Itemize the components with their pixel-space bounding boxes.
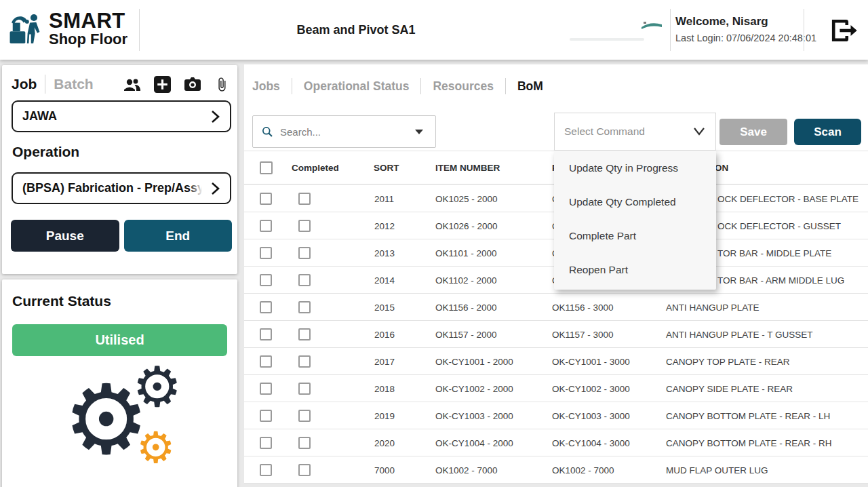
- operation-select-value: (BPSA) Fabrication - Prep/Assy: [22, 181, 204, 195]
- row-completed-checkbox[interactable]: [298, 410, 311, 422]
- row-completed-checkbox[interactable]: [298, 437, 311, 449]
- row-completed-checkbox[interactable]: [298, 220, 311, 232]
- cell-item-number: OK1026 - 2000: [435, 221, 498, 231]
- command-option[interactable]: Update Qty Completed: [554, 186, 716, 218]
- cell-item-number: OK1157 - 2000: [435, 330, 497, 340]
- tab-job[interactable]: Job: [12, 76, 37, 92]
- tab-batch[interactable]: Batch: [54, 76, 93, 92]
- save-button[interactable]: Save: [719, 119, 787, 145]
- customer-logo: [564, 5, 666, 54]
- logout-icon: [827, 16, 859, 45]
- cell-sort: 2013: [374, 248, 395, 258]
- camera-icon[interactable]: [184, 76, 201, 92]
- gears-illustration: ⚙ ⚙ ⚙: [63, 359, 185, 485]
- search-box[interactable]: [252, 115, 436, 148]
- command-menu: Update Qty in ProgressUpdate Qty Complet…: [554, 151, 716, 290]
- command-select[interactable]: Select Command: [554, 113, 716, 151]
- gear-icon: ⚙: [132, 359, 182, 415]
- select-all-checkbox[interactable]: [260, 161, 273, 174]
- row-completed-checkbox[interactable]: [298, 355, 311, 368]
- row-completed-checkbox[interactable]: [298, 301, 311, 313]
- operation-actions: Pause End: [11, 220, 232, 252]
- gear-icon: ⚙: [136, 426, 175, 469]
- row-select-checkbox[interactable]: [260, 355, 272, 368]
- cell-item-number: OK-CY1002 - 2000: [435, 384, 513, 394]
- cell-description: MUD FLAP OUTER LUG: [666, 465, 768, 475]
- command-option[interactable]: Complete Part: [554, 220, 716, 252]
- cell-item-number: OK-CY1003 - 2000: [435, 411, 513, 421]
- chevron-right-icon: [210, 181, 220, 196]
- cell-sort: 2014: [374, 275, 395, 286]
- cell-part-number: OK1002 - 7000: [552, 465, 614, 475]
- cell-part-number: OK-CY1002 - 3000: [552, 384, 630, 394]
- cell-item-number: OK1025 - 2000: [435, 194, 498, 204]
- welcome-text: Welcome, Nisarg: [675, 15, 816, 28]
- brand-text: SMART Shop Floor: [49, 11, 127, 47]
- add-icon[interactable]: [154, 76, 171, 93]
- last-login-text: Last Login: 07/06/2024 20:48:01: [675, 33, 816, 43]
- table-row: 2018 OK-CY1002 - 2000 OK-CY1002 - 3000 C…: [244, 375, 868, 402]
- operation-heading: Operation: [12, 144, 79, 160]
- cell-part-number: OK1156 - 3000: [552, 303, 614, 313]
- current-status-panel: Current Status Utilised ⚙ ⚙ ⚙: [2, 279, 237, 487]
- chevron-down-icon: [692, 127, 706, 136]
- row-select-checkbox[interactable]: [260, 301, 272, 313]
- cell-item-number: OK-CY1004 - 2000: [435, 438, 513, 448]
- job-toolbar: [123, 76, 229, 93]
- brand-logo: SMART Shop Floor: [8, 8, 127, 49]
- tab-bom[interactable]: BoM: [517, 79, 543, 94]
- row-select-checkbox[interactable]: [260, 464, 272, 476]
- table-row: 2015 OK1156 - 2000 OK1156 - 3000 ANTI HA…: [244, 294, 868, 321]
- cell-item-number: OK-CY1001 - 2000: [435, 357, 513, 367]
- customer-logo-swoosh: [641, 20, 663, 30]
- cell-part-number: OK-CY1001 - 3000: [552, 357, 630, 367]
- row-select-checkbox[interactable]: [260, 193, 272, 205]
- cell-description: OCK DEFLECTOR - BASE PLATE: [717, 194, 859, 204]
- row-select-checkbox[interactable]: [260, 274, 272, 286]
- row-completed-checkbox[interactable]: [298, 464, 311, 476]
- current-status-heading: Current Status: [12, 293, 111, 309]
- tab-operational-status[interactable]: Operational Status: [304, 79, 410, 94]
- row-completed-checkbox[interactable]: [298, 193, 311, 205]
- scan-button[interactable]: Scan: [794, 119, 861, 145]
- row-completed-checkbox[interactable]: [298, 247, 311, 259]
- tab-divider: [505, 78, 506, 94]
- cell-part-number: OK-CY1004 - 3000: [552, 438, 630, 448]
- cell-item-number: OK1002 - 7000: [435, 465, 498, 475]
- row-completed-checkbox[interactable]: [298, 383, 311, 395]
- header-divider: [139, 9, 140, 51]
- command-option[interactable]: Update Qty in Progress: [554, 152, 716, 184]
- cell-part-number: OK-CY1003 - 3000: [552, 411, 630, 421]
- cell-description: CANOPY SIDE PLATE - REAR: [666, 384, 793, 394]
- cell-description: OCK DEFLECTOR - GUSSET: [717, 221, 841, 231]
- column-header-completed: Completed: [292, 163, 339, 173]
- row-select-checkbox[interactable]: [260, 220, 272, 232]
- logout-button[interactable]: [827, 16, 859, 45]
- row-select-checkbox[interactable]: [260, 383, 272, 395]
- search-input[interactable]: [280, 126, 415, 138]
- table-row: 2019 OK-CY1003 - 2000 OK-CY1003 - 3000 C…: [244, 402, 868, 429]
- row-select-checkbox[interactable]: [260, 410, 272, 422]
- page-title: Beam and Pivot SA1: [244, 23, 468, 37]
- table-row: 2016 OK1157 - 2000 OK1157 - 3000 ANTI HA…: [244, 321, 868, 348]
- end-button[interactable]: End: [124, 220, 233, 252]
- row-select-checkbox[interactable]: [260, 437, 272, 449]
- cell-sort: 2012: [374, 221, 395, 231]
- caret-down-icon[interactable]: [415, 130, 423, 134]
- operation-select[interactable]: (BPSA) Fabrication - Prep/Assy: [12, 172, 231, 204]
- attachment-icon[interactable]: [214, 76, 229, 93]
- row-select-checkbox[interactable]: [260, 247, 272, 259]
- job-select[interactable]: JAWA: [12, 100, 231, 132]
- team-icon[interactable]: [123, 76, 141, 92]
- tab-resources[interactable]: Resources: [433, 79, 494, 94]
- cell-sort: 2016: [374, 330, 395, 340]
- chevron-right-icon: [210, 109, 220, 124]
- command-option[interactable]: Reopen Part: [554, 254, 716, 286]
- row-completed-checkbox[interactable]: [298, 328, 311, 340]
- tab-jobs[interactable]: Jobs: [252, 79, 280, 94]
- pause-button[interactable]: Pause: [11, 220, 119, 252]
- row-completed-checkbox[interactable]: [298, 274, 311, 286]
- mode-tabs: Job Batch: [12, 73, 229, 95]
- row-select-checkbox[interactable]: [260, 328, 272, 340]
- header-divider: [804, 9, 804, 51]
